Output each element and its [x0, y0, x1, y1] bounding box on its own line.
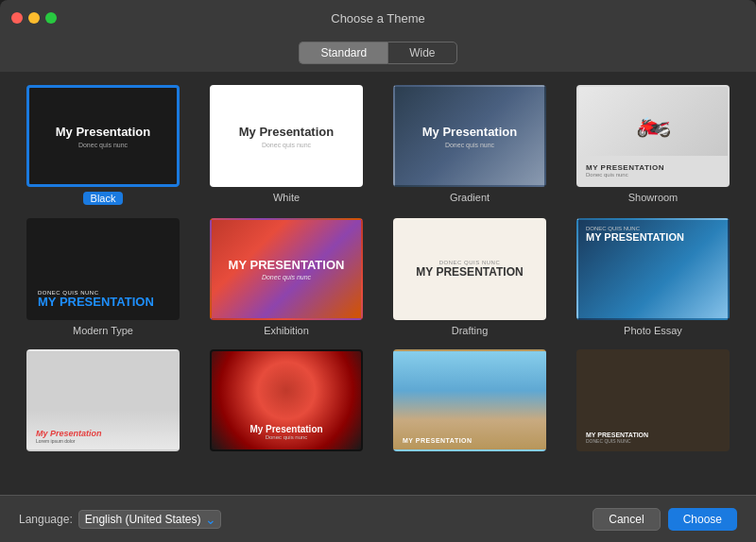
theme-label-gradient: Gradient [450, 192, 490, 203]
theme-label-white: White [273, 192, 300, 203]
footer: Language: English (United States) ⌄ Canc… [0, 495, 756, 542]
cancel-button[interactable]: Cancel [593, 508, 660, 531]
theme-thumb-modern: DONEC QUIS NUNC MY PRESENTATION [26, 218, 180, 320]
theme-thumb-gradient: My Presentation Donec quis nunc [393, 85, 546, 187]
theme-thumb-photo-essay: DONEC QUIS NUNC MY PRESENTATION [576, 218, 730, 320]
thumb-exhibition-title: MY PRESENTATION [229, 258, 345, 272]
thumb-showroom-sub: Donec quis nunc [586, 172, 664, 178]
theme-label-drafting: Drafting [452, 325, 489, 336]
theme-white[interactable]: My Presentation Donec quis nunc White [202, 85, 370, 205]
theme-thumb-exhibition: MY PRESENTATION Donec quis nunc [210, 218, 363, 320]
theme-thumb-row3b: My Presentation Donec quis nunc [210, 349, 363, 451]
row3d-text: MY PRESENTATION DONEC QUIS NUNC [586, 432, 648, 444]
tab-standard[interactable]: Standard [299, 42, 387, 64]
title-bar: Choose a Theme [0, 0, 756, 36]
thumb-gradient-sub: Donec quis nunc [445, 142, 494, 148]
theme-thumb-showroom: 🏍️ MY PRESENTATION Donec quis nunc [576, 85, 730, 187]
theme-row3c[interactable]: MY PRESENTATION [386, 349, 554, 456]
theme-thumb-row3c: MY PRESENTATION [393, 349, 546, 451]
maximize-button[interactable] [45, 12, 57, 24]
theme-thumb-white: My Presentation Donec quis nunc [210, 85, 363, 187]
thumb-row3c-title: MY PRESENTATION [403, 437, 472, 444]
thumb-row3d-sub: DONEC QUIS NUNC [586, 438, 648, 444]
window-title: Choose a Theme [331, 11, 425, 25]
theme-showroom[interactable]: 🏍️ MY PRESENTATION Donec quis nunc Showr… [569, 85, 737, 205]
showroom-image: 🏍️ [578, 87, 728, 156]
thumb-row3d-title: MY PRESENTATION [586, 432, 648, 438]
theme-label-black: Black [83, 192, 124, 205]
theme-drafting[interactable]: DONEC QUIS NUNC MY PRESENTATION Drafting [386, 218, 554, 336]
theme-thumb-row3d: MY PRESENTATION DONEC QUIS NUNC [576, 349, 730, 451]
theme-row3a[interactable]: My Presentation Lorem ipsum dolor [19, 349, 187, 456]
thumb-drafting-title: MY PRESENTATION [416, 265, 523, 279]
showroom-text: MY PRESENTATION Donec quis nunc [586, 163, 664, 178]
thumb-black-sub: Donec quis nunc [78, 142, 128, 148]
close-button[interactable] [11, 12, 23, 24]
choose-button[interactable]: Choose [668, 508, 737, 531]
theme-black[interactable]: My Presentation Donec quis nunc Black [19, 85, 187, 205]
thumb-exhibition-sub: Donec quis nunc [262, 274, 311, 280]
footer-buttons: Cancel Choose [593, 508, 737, 531]
tab-bar: Standard Wide [0, 36, 756, 72]
theme-label-exhibition: Exhibition [264, 325, 309, 336]
thumb-modern-title: MY PRESENTATION [38, 296, 168, 309]
theme-row3b[interactable]: My Presentation Donec quis nunc [202, 349, 370, 456]
traffic-lights [11, 12, 57, 24]
language-label: Language: [19, 513, 73, 526]
theme-label-photo-essay: Photo Essay [624, 325, 682, 336]
thumb-row3b-title: My Presentation [212, 424, 361, 434]
tab-wide[interactable]: Wide [387, 42, 456, 64]
language-select-wrapper[interactable]: English (United States) ⌄ [78, 510, 221, 529]
thumb-gradient-title: My Presentation [422, 125, 517, 139]
thumb-white-title: My Presentation [239, 125, 334, 139]
minimize-button[interactable] [28, 12, 40, 24]
row3b-text: My Presentation Donec quis nunc [212, 424, 361, 440]
theme-exhibition[interactable]: MY PRESENTATION Donec quis nunc Exhibiti… [202, 218, 370, 336]
row3a-text: My Presentation Lorem ipsum dolor [36, 429, 102, 444]
theme-thumb-row3a: My Presentation Lorem ipsum dolor [26, 349, 180, 451]
thumb-white-sub: Donec quis nunc [262, 142, 311, 148]
theme-label-showroom: Showroom [628, 192, 679, 203]
thumb-black-title: My Presentation [56, 125, 150, 139]
motorcycle-icon: 🏍️ [636, 105, 671, 138]
theme-row3d[interactable]: MY PRESENTATION DONEC QUIS NUNC [569, 349, 737, 456]
themes-content: My Presentation Donec quis nunc Black My… [0, 72, 756, 495]
thumb-row3a-title: My Presentation [36, 429, 102, 438]
theme-label-modern-type: Modern Type [73, 325, 133, 336]
theme-modern-type[interactable]: DONEC QUIS NUNC MY PRESENTATION Modern T… [19, 218, 187, 336]
theme-thumb-black: My Presentation Donec quis nunc [26, 85, 180, 187]
themes-grid: My Presentation Donec quis nunc Black My… [19, 85, 737, 456]
thumb-row3a-sub: Lorem ipsum dolor [36, 438, 102, 444]
theme-gradient[interactable]: My Presentation Donec quis nunc Gradient [386, 85, 554, 205]
theme-thumb-drafting: DONEC QUIS NUNC MY PRESENTATION [393, 218, 546, 320]
thumb-showroom-title: MY PRESENTATION [586, 163, 664, 172]
theme-photo-essay[interactable]: DONEC QUIS NUNC MY PRESENTATION Photo Es… [569, 218, 737, 336]
thumb-row3b-sub: Donec quis nunc [212, 434, 361, 440]
language-select[interactable]: English (United States) [78, 510, 221, 529]
thumb-photo-essay-title: MY PRESENTATION [586, 231, 720, 243]
